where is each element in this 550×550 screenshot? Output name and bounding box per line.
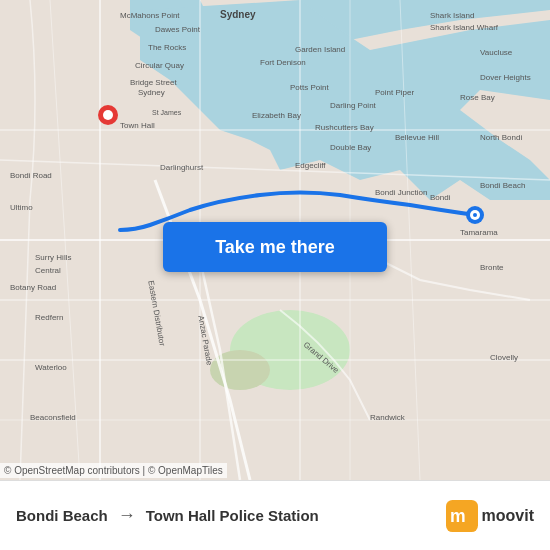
svg-text:Beaconsfield: Beaconsfield bbox=[30, 413, 76, 422]
svg-point-2 bbox=[210, 350, 270, 390]
svg-text:Darlinghurst: Darlinghurst bbox=[160, 163, 204, 172]
take-me-there-button[interactable]: Take me there bbox=[163, 222, 387, 272]
svg-text:The Rocks: The Rocks bbox=[148, 43, 186, 52]
svg-text:Bondi Road: Bondi Road bbox=[10, 171, 52, 180]
svg-text:Sydney: Sydney bbox=[138, 88, 165, 97]
svg-text:St James: St James bbox=[152, 109, 182, 116]
svg-text:Shark Island: Shark Island bbox=[430, 11, 474, 20]
svg-text:Sydney: Sydney bbox=[220, 9, 256, 20]
svg-text:Bondi Beach: Bondi Beach bbox=[480, 181, 525, 190]
svg-text:Surry Hills: Surry Hills bbox=[35, 253, 71, 262]
to-location: Town Hall Police Station bbox=[146, 507, 319, 524]
svg-text:Darling Point: Darling Point bbox=[330, 101, 377, 110]
svg-point-60 bbox=[103, 110, 113, 120]
svg-text:Dawes Point: Dawes Point bbox=[155, 25, 201, 34]
map-attribution: © OpenStreetMap contributors | © OpenMap… bbox=[0, 463, 227, 478]
svg-text:Rose Bay: Rose Bay bbox=[460, 93, 495, 102]
svg-text:Edgecliff: Edgecliff bbox=[295, 161, 326, 170]
svg-text:Vaucluse: Vaucluse bbox=[480, 48, 513, 57]
svg-text:Tamarama: Tamarama bbox=[460, 228, 498, 237]
svg-text:Shark Island Wharf: Shark Island Wharf bbox=[430, 23, 499, 32]
svg-text:Rushcutters Bay: Rushcutters Bay bbox=[315, 123, 374, 132]
svg-text:Bondi: Bondi bbox=[430, 193, 451, 202]
svg-text:Bellevue Hill: Bellevue Hill bbox=[395, 133, 439, 142]
bottom-bar: Bondi Beach → Town Hall Police Station m… bbox=[0, 480, 550, 550]
svg-text:Town Hall: Town Hall bbox=[120, 121, 155, 130]
from-location: Bondi Beach bbox=[16, 507, 108, 524]
moovit-logo: m moovit bbox=[446, 500, 534, 532]
svg-text:Waterloo: Waterloo bbox=[35, 363, 67, 372]
svg-text:Bondi Junction: Bondi Junction bbox=[375, 188, 427, 197]
svg-text:Garden Island: Garden Island bbox=[295, 45, 345, 54]
svg-text:Randwick: Randwick bbox=[370, 413, 406, 422]
svg-text:Elizabeth Bay: Elizabeth Bay bbox=[252, 111, 301, 120]
direction-arrow-icon: → bbox=[118, 505, 136, 526]
svg-text:Potts Point: Potts Point bbox=[290, 83, 329, 92]
svg-text:Clovelly: Clovelly bbox=[490, 353, 518, 362]
svg-text:Bronte: Bronte bbox=[480, 263, 504, 272]
svg-text:Circular Quay: Circular Quay bbox=[135, 61, 184, 70]
destination-center bbox=[473, 213, 477, 217]
moovit-icon: m bbox=[446, 500, 478, 532]
svg-text:North Bondi: North Bondi bbox=[480, 133, 522, 142]
svg-text:McMahons Point: McMahons Point bbox=[120, 11, 180, 20]
svg-text:Redfern: Redfern bbox=[35, 313, 63, 322]
svg-text:Central: Central bbox=[35, 266, 61, 275]
origin-marker bbox=[98, 105, 118, 125]
svg-text:Bridge Street: Bridge Street bbox=[130, 78, 177, 87]
moovit-brand-text: moovit bbox=[482, 507, 534, 525]
svg-text:Point Piper: Point Piper bbox=[375, 88, 414, 97]
svg-text:Double Bay: Double Bay bbox=[330, 143, 371, 152]
svg-text:Fort Denison: Fort Denison bbox=[260, 58, 306, 67]
svg-text:m: m bbox=[450, 506, 466, 526]
svg-text:Dover Heights: Dover Heights bbox=[480, 73, 531, 82]
map-container: McMahons Point Dawes Point Sydney The Ro… bbox=[0, 0, 550, 480]
svg-text:Botany Road: Botany Road bbox=[10, 283, 56, 292]
svg-text:Ultimo: Ultimo bbox=[10, 203, 33, 212]
